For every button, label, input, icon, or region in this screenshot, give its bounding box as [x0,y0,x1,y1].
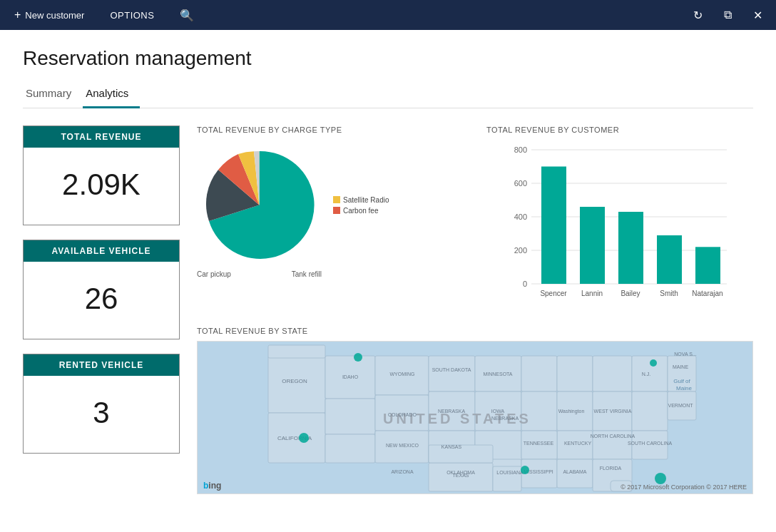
kpi-value-total-revenue: 2.09K [24,148,179,225]
kpi-value-rented-vehicle: 3 [24,376,179,453]
state-label-nm: NEW MEXICO [386,443,419,448]
y-label-0: 0 [523,280,527,288]
search-button[interactable]: 🔍 [174,6,200,25]
bing-b: b [203,481,208,491]
kpi-card-total-revenue: TOTAL REVENUE 2.09K [23,126,180,225]
state-wisconsin [521,356,557,392]
state-label-nebraska: NEBRASKA [438,409,465,414]
page-title: Reservation management [23,47,753,70]
state-nevada [325,399,375,434]
bar-chart-title: TOTAL REVENUE by CUSTOMER [486,126,753,134]
close-button[interactable]: ✕ [747,5,767,25]
state-label-oregon: OREGON [282,378,307,384]
label-car-pickup: Car pickup [197,270,231,278]
state-label-arizona: ARIZONA [391,469,413,474]
bar-chart-svg: 800 600 400 200 0 [486,143,753,307]
state-label-kentucky: KENTUCKY [564,441,591,446]
state-label-sc: SOUTH CAROLINA [628,441,673,446]
tab-bar: Summary Analytics [23,81,753,108]
state-label-alabama: ALABAMA [563,469,586,474]
pie-bottom-labels: Car pickup Tank refill [197,270,322,278]
titlebar: + New customer OPTIONS 🔍 ↻ ⧉ ✕ [0,0,776,30]
state-label-wv: WEST VIRGINIA [594,409,632,414]
pie-chart-container: TOTAL REVENUE by CHARGE TYPE [197,126,464,310]
page-content: Reservation management Summary Analytics… [0,30,776,532]
state-label-sd: SOUTH DAKOTA [432,367,471,372]
kpi-header-total-revenue: TOTAL REVENUE [24,126,179,148]
state-label-florida: FLORIDA [600,466,622,471]
window-controls: ↻ ⧉ ✕ [688,5,767,25]
state-label-idaho: IDAHO [342,374,359,379]
state-label-iowa: IOWA [491,409,505,414]
x-label-spencer: Spencer [540,290,567,297]
bar-natarajan [695,247,720,284]
y-label-400: 400 [514,213,527,221]
state-arizona [325,434,375,463]
state-label-tennessee: TENNESSEE [524,441,554,446]
kpi-card-available-vehicle: AVAILABLE VEHICLE 26 [23,240,180,339]
state-michigan [557,356,593,392]
main-content: TOTAL REVENUE 2.09K AVAILABLE VEHICLE 26… [23,108,753,494]
plus-icon: + [14,9,21,21]
map-copyright: © 2017 Microsoft Corporation © 2017 HERE [621,484,747,491]
options-button[interactable]: OPTIONS [104,7,160,24]
state-washington [268,345,325,358]
legend-satellite-radio: Satellite Radio [333,196,389,204]
state-label-vermont: VERMONT [668,403,694,408]
y-label-200: 200 [514,246,527,255]
map-svg: UNITED STATES OREGON CALIFORNIA IDAHO WY… [198,342,752,494]
label-tank-refill: Tank refill [292,270,322,278]
bing-logo: bing [203,481,221,491]
map-area[interactable]: UNITED STATES OREGON CALIFORNIA IDAHO WY… [197,341,753,494]
map-dot-idaho [354,353,362,362]
legend-label-carbon: Carbon fee [343,207,378,215]
state-label-nc: NORTH CAROLINA [591,434,635,439]
popout-button[interactable]: ⧉ [718,5,737,25]
state-pennsylvania [593,356,632,392]
state-label-minnesota: MINNESOTA [483,372,512,377]
maine-label: Maine [676,385,692,392]
legend-dot-satellite [333,196,340,203]
map-footer: bing [203,481,221,491]
new-customer-button[interactable]: + New customer [9,6,90,24]
state-label-washington2: Washington [558,409,585,414]
state-label-kansas: KANSAS [441,444,462,449]
state-oregon [268,356,325,413]
y-label-600: 600 [514,179,527,188]
charts-column: TOTAL REVENUE by CHARGE TYPE [197,126,753,494]
gulf-label: Gulf of [673,378,690,384]
bar-lannin [580,207,605,284]
state-label-nebraska2: NEBRASKA [491,416,519,421]
x-label-natarajan: Natarajan [692,290,723,297]
state-label-wyoming: WYOMING [390,372,415,377]
refresh-button[interactable]: ↻ [688,5,708,25]
kpi-header-available-vehicle: AVAILABLE VEHICLE [24,240,179,262]
legend-dot-carbon [333,207,340,214]
map-dot-texas [521,466,529,474]
state-nj [632,392,668,431]
state-label-texas: TEXAS [453,473,469,478]
map-title: TOTAL REVENUE by STATE [197,327,753,335]
x-label-bailey: Bailey [621,290,640,297]
bar-smith [657,235,682,284]
state-label-colorado: COLORADO [388,412,417,417]
bar-bailey [618,212,643,284]
kpi-column: TOTAL REVENUE 2.09K AVAILABLE VEHICLE 26… [23,126,180,494]
tab-analytics[interactable]: Analytics [83,81,140,108]
state-southdakota [429,356,475,392]
map-dot-maine [650,359,657,367]
state-label-louisiana: LOUISIANA [496,470,524,475]
bar-spencer [541,167,566,285]
map-container: TOTAL REVENUE by STATE [197,327,753,494]
legend-carbon-fee: Carbon fee [333,207,389,215]
charts-top-row: TOTAL REVENUE by CHARGE TYPE [197,126,753,310]
state-label-nova: NOVA S... [674,352,696,357]
tab-summary[interactable]: Summary [23,81,83,108]
pie-chart-title: TOTAL REVENUE by CHARGE TYPE [197,126,464,134]
legend-label-satellite: Satellite Radio [343,196,389,204]
bar-chart-container: TOTAL REVENUE by CUSTOMER 800 600 400 20… [486,126,753,310]
map-dot-california [299,433,309,443]
new-customer-label: New customer [25,10,84,21]
kpi-header-rented-vehicle: RENTED VEHICLE [24,354,179,376]
y-label-800: 800 [514,145,527,154]
